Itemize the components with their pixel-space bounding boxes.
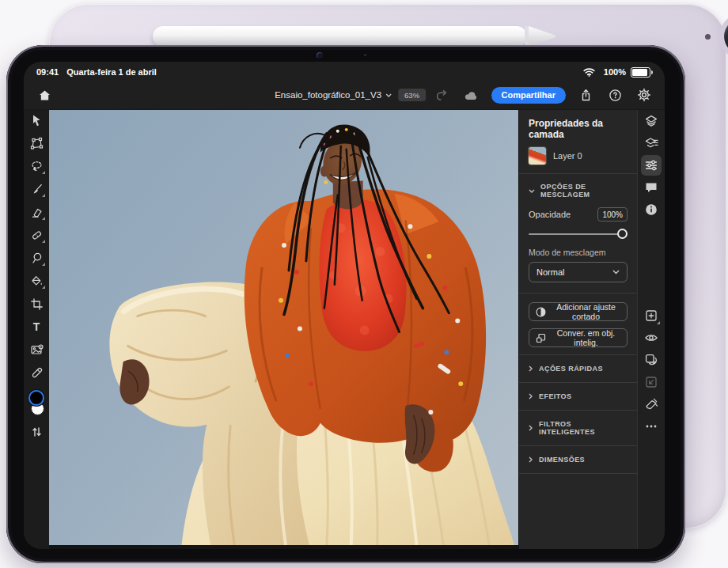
blend-mode-value: Normal: [537, 267, 564, 277]
battery-icon: [631, 67, 650, 78]
layer-properties-panel: Propriedades da camada Layer 0 OPÇÕES DE…: [518, 110, 637, 549]
chevron-down-icon: [612, 270, 620, 275]
clip-mask-icon[interactable]: [641, 394, 662, 415]
comments-panel-icon[interactable]: [641, 177, 662, 198]
home-button[interactable]: [35, 85, 54, 104]
document-title: Ensaio_fotográfico_01_V3: [275, 90, 381, 100]
status-time: 09:41: [36, 67, 59, 77]
convert-smart-object-button[interactable]: Conver. em obj. intelig.: [529, 328, 628, 347]
chevron-right-icon: [529, 365, 533, 372]
front-camera-icon: [317, 52, 323, 59]
send-backward-icon[interactable]: [641, 372, 662, 392]
screen: 09:41 Quarta-feira 1 de abril 100%: [24, 62, 665, 549]
properties-panel-icon[interactable]: [641, 155, 662, 176]
cloud-sync-icon[interactable]: [462, 85, 481, 104]
section-smart-filters[interactable]: FILTROS INTELIGENTES: [519, 410, 637, 445]
more-options-icon[interactable]: [641, 416, 662, 437]
info-panel-icon[interactable]: [641, 199, 662, 220]
tool-bar: T: [24, 110, 49, 549]
panel-rail: [637, 110, 665, 549]
opacity-slider-knob[interactable]: [617, 229, 628, 239]
title-chevron-down-icon: [385, 93, 392, 97]
chevron-right-icon: [529, 456, 533, 463]
adjustment-icon: [536, 307, 546, 317]
share-button[interactable]: Compartilhar: [491, 87, 566, 104]
foreground-color-well[interactable]: [28, 390, 44, 406]
crop-tool-icon[interactable]: [27, 295, 46, 312]
lasso-tool-icon[interactable]: [27, 157, 46, 175]
workspace: T: [24, 110, 665, 549]
rear-camera-lens: [724, 18, 728, 55]
swap-colors-icon[interactable]: [27, 423, 46, 441]
document-title-group[interactable]: Ensaio_fotográfico_01_V3 63%: [275, 81, 426, 109]
help-button[interactable]: [605, 85, 624, 104]
chevron-down-icon: [529, 189, 535, 193]
layer-mask-hidden-icon[interactable]: [641, 350, 662, 370]
eyedropper-tool-icon[interactable]: [27, 364, 46, 381]
status-bar: 09:41 Quarta-feira 1 de abril 100%: [24, 62, 665, 81]
blend-options-header[interactable]: OPÇÕES DE MESCLAGEM: [519, 174, 637, 206]
eraser-tool-icon[interactable]: [27, 203, 46, 221]
chevron-right-icon: [529, 425, 533, 431]
type-tool-icon[interactable]: T: [27, 318, 46, 335]
smart-object-icon: [536, 333, 546, 343]
layers-panel-icon[interactable]: [641, 111, 662, 131]
rear-mic-dot: [705, 34, 711, 40]
redo-button[interactable]: [433, 85, 452, 104]
chevron-right-icon: [529, 393, 533, 399]
section-effects[interactable]: EFEITOS: [519, 382, 637, 410]
app-bar: Ensaio_fotográfico_01_V3 63%: [24, 81, 665, 110]
settings-gear-icon[interactable]: [635, 85, 654, 104]
section-dimensions[interactable]: DIMENSÕES: [519, 445, 637, 473]
front-ipad-device: 09:41 Quarta-feira 1 de abril 100%: [6, 45, 685, 563]
dodge-burn-tool-icon[interactable]: [27, 249, 46, 267]
move-tool-icon[interactable]: [27, 112, 46, 129]
fill-tool-icon[interactable]: [27, 272, 46, 290]
layer-visibility-icon[interactable]: [641, 328, 662, 348]
opacity-label: Opacidade: [529, 210, 571, 219]
layer-name: Layer 0: [553, 151, 582, 161]
section-quick-actions[interactable]: AÇÕES RÁPIDAS: [519, 354, 637, 382]
layer-row[interactable]: Layer 0: [519, 147, 637, 173]
layer-thumbnail[interactable]: [529, 147, 546, 165]
opacity-value-field[interactable]: 100%: [597, 207, 628, 222]
layer-filter-icon[interactable]: [641, 133, 662, 153]
color-wells[interactable]: [27, 390, 46, 418]
opacity-slider[interactable]: [529, 229, 628, 239]
add-layer-icon[interactable]: [641, 305, 662, 326]
blend-mode-label: Modo de mesclagem: [519, 248, 637, 262]
status-date: Quarta-feira 1 de abril: [66, 67, 157, 77]
canvas-area[interactable]: [49, 110, 518, 549]
add-clipped-adjustment-button[interactable]: Adicionar ajuste cortado: [529, 302, 628, 321]
place-image-tool-icon[interactable]: [27, 341, 46, 358]
apple-pencil: [153, 26, 527, 47]
battery-percent: 100%: [604, 67, 626, 77]
scene: 09:41 Quarta-feira 1 de abril 100%: [0, 0, 728, 568]
export-icon[interactable]: [576, 85, 595, 104]
zoom-level-badge[interactable]: 63%: [398, 89, 426, 101]
healing-brush-tool-icon[interactable]: [27, 226, 46, 244]
front-sensor-dot: [364, 54, 366, 56]
brush-tool-icon[interactable]: [27, 180, 46, 198]
wifi-icon: [580, 62, 599, 81]
document-canvas[interactable]: [49, 110, 518, 545]
blend-mode-dropdown[interactable]: Normal: [529, 262, 628, 282]
apple-pencil-seam: [525, 26, 529, 47]
transform-tool-icon[interactable]: [27, 134, 46, 152]
panel-title: Propriedades da camada: [519, 110, 637, 147]
